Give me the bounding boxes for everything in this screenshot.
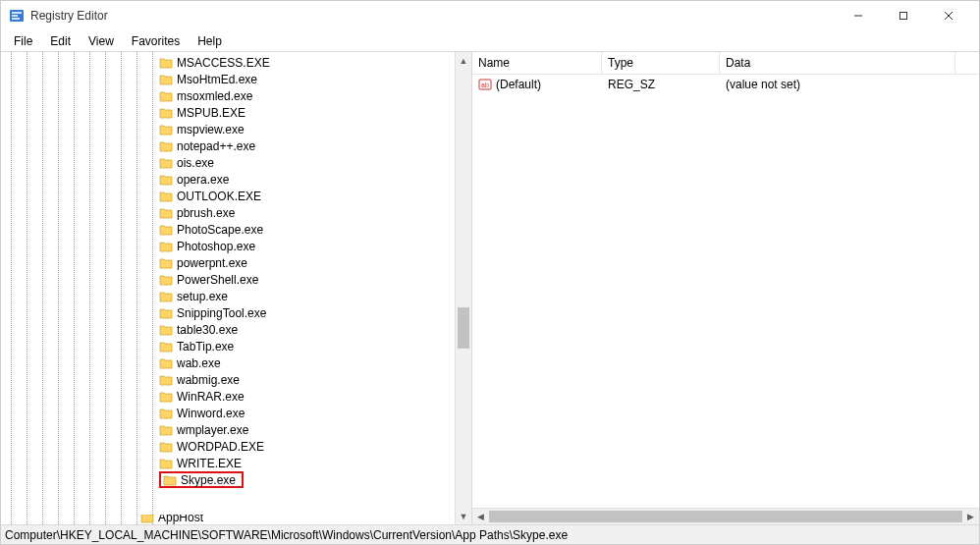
tree-item-label: table30.exe	[177, 323, 238, 337]
titlebar: Registry Editor	[1, 1, 979, 30]
tree-item[interactable]: setup.exe	[1, 288, 228, 304]
tree-item-label: Photoshop.exe	[177, 240, 255, 253]
list-pane: Name Type Data ab(Default)REG_SZ(value n…	[472, 52, 979, 524]
menu-help[interactable]: Help	[189, 32, 231, 50]
cell-data: (value not set)	[720, 78, 955, 91]
tree-item[interactable]: mspview.exe	[1, 121, 245, 137]
folder-icon	[159, 408, 173, 419]
minimize-button[interactable]	[836, 1, 881, 30]
tree-item-label: Skype.exe	[181, 473, 236, 487]
tree-item-label: ois.exe	[177, 156, 214, 170]
menu-view[interactable]: View	[80, 32, 123, 50]
scroll-thumb-h[interactable]	[489, 511, 962, 522]
tree-item-label: MSACCESS.EXE	[177, 56, 270, 70]
tree-item[interactable]: MsoHtmEd.exe	[1, 71, 257, 87]
svg-rect-2	[12, 15, 18, 17]
main-split: MSACCESS.EXEMsoHtmEd.exemsoxmled.exeMSPU…	[1, 52, 979, 524]
tree-item[interactable]: notepad++.exe	[1, 137, 255, 154]
menubar: File Edit View Favorites Help	[1, 30, 979, 52]
statusbar: Computer\HKEY_LOCAL_MACHINE\SOFTWARE\Mic…	[1, 524, 979, 544]
folder-icon	[159, 458, 173, 469]
window-title: Registry Editor	[30, 9, 108, 23]
svg-rect-1	[12, 12, 22, 14]
folder-icon	[159, 107, 173, 119]
folder-icon	[159, 57, 173, 69]
tree-item[interactable]: MSPUB.EXE	[1, 104, 245, 121]
tree-item[interactable]: opera.exe	[1, 171, 229, 188]
tree-item-label: MsoHtmEd.exe	[177, 73, 257, 86]
window-controls	[836, 1, 971, 30]
folder-icon	[159, 324, 173, 336]
tree-item[interactable]: WRITE.EXE	[1, 455, 242, 471]
folder-icon	[159, 157, 173, 169]
folder-icon	[159, 140, 173, 152]
folder-icon	[159, 274, 173, 286]
menu-edit[interactable]: Edit	[41, 32, 80, 50]
tree-item-label: WinRAR.exe	[177, 390, 245, 404]
close-button[interactable]	[926, 1, 971, 30]
tree-item-partial[interactable]: AppHost	[140, 515, 203, 524]
tree-item-label: pbrush.exe	[177, 206, 235, 220]
scroll-thumb[interactable]	[458, 307, 469, 349]
tree-item[interactable]: table30.exe	[1, 321, 238, 338]
cell-name: (Default)	[496, 78, 541, 91]
folder-icon	[159, 241, 173, 252]
tree-item[interactable]: pbrush.exe	[1, 204, 235, 221]
tree-item-label: MSPUB.EXE	[177, 106, 245, 120]
tree-pane: MSACCESS.EXEMsoHtmEd.exemsoxmled.exeMSPU…	[1, 52, 472, 524]
list-body[interactable]: ab(Default)REG_SZ(value not set)	[472, 75, 979, 92]
tree-item-label: mspview.exe	[177, 123, 245, 136]
column-name[interactable]: Name	[472, 52, 602, 74]
menu-file[interactable]: File	[5, 32, 41, 50]
tree-item[interactable]: powerpnt.exe	[1, 254, 247, 271]
tree-item-label: wab.exe	[177, 356, 221, 370]
list-header: Name Type Data	[472, 52, 979, 75]
tree-item[interactable]: WinRAR.exe	[1, 388, 245, 405]
tree-item[interactable]: SnippingTool.exe	[1, 304, 266, 321]
tree-item-label: wmplayer.exe	[177, 423, 248, 437]
tree-item-label: notepad++.exe	[177, 139, 255, 153]
tree-item[interactable]: OUTLOOK.EXE	[1, 188, 261, 204]
column-data[interactable]: Data	[720, 52, 955, 74]
scroll-down-arrow[interactable]: ▼	[456, 508, 471, 524]
menu-favorites[interactable]: Favorites	[123, 32, 189, 50]
scroll-left-arrow[interactable]: ◀	[472, 509, 489, 524]
folder-icon	[159, 74, 173, 85]
folder-icon	[159, 174, 173, 186]
tree-item[interactable]: Photoshop.exe	[1, 238, 255, 254]
tree-item[interactable]: msoxmled.exe	[1, 87, 252, 104]
tree-item-label: PhotoScape.exe	[177, 223, 263, 237]
tree-item[interactable]: ois.exe	[1, 154, 214, 171]
folder-icon	[159, 441, 173, 453]
tree-item-label: wabmig.exe	[177, 373, 240, 387]
folder-icon	[159, 357, 173, 369]
tree-item-label: setup.exe	[177, 290, 228, 303]
tree-item[interactable]: WORDPAD.EXE	[1, 438, 264, 455]
folder-icon	[159, 341, 173, 353]
tree-item[interactable]: PowerShell.exe	[1, 271, 258, 288]
tree-item[interactable]: MSACCESS.EXE	[1, 54, 270, 71]
tree-item[interactable]: TabTip.exe	[1, 338, 234, 354]
folder-icon	[159, 207, 173, 219]
tree-item[interactable]: wmplayer.exe	[1, 421, 248, 438]
tree-view[interactable]: MSACCESS.EXEMsoHtmEd.exemsoxmled.exeMSPU…	[1, 52, 455, 524]
maximize-button[interactable]	[881, 1, 926, 30]
scroll-up-arrow[interactable]: ▲	[456, 52, 471, 69]
tree-item[interactable]: Skype.exe	[1, 471, 244, 488]
tree-scrollbar[interactable]: ▲ ▼	[455, 52, 471, 524]
column-type[interactable]: Type	[602, 52, 720, 74]
tree-item[interactable]: Winword.exe	[1, 405, 245, 421]
folder-icon	[159, 257, 173, 269]
tree-item[interactable]: wab.exe	[1, 354, 221, 371]
list-scrollbar-h[interactable]: ◀ ▶	[472, 508, 979, 524]
folder-icon	[159, 90, 173, 102]
folder-icon	[159, 191, 173, 202]
list-row[interactable]: ab(Default)REG_SZ(value not set)	[472, 76, 979, 92]
svg-rect-5	[900, 13, 907, 20]
tree-item[interactable]: PhotoScape.exe	[1, 221, 263, 238]
tree-item-label: WRITE.EXE	[177, 457, 242, 470]
scroll-right-arrow[interactable]: ▶	[962, 509, 979, 524]
cell-type: REG_SZ	[602, 78, 720, 91]
tree-item[interactable]: wabmig.exe	[1, 371, 240, 388]
folder-icon	[159, 291, 173, 302]
